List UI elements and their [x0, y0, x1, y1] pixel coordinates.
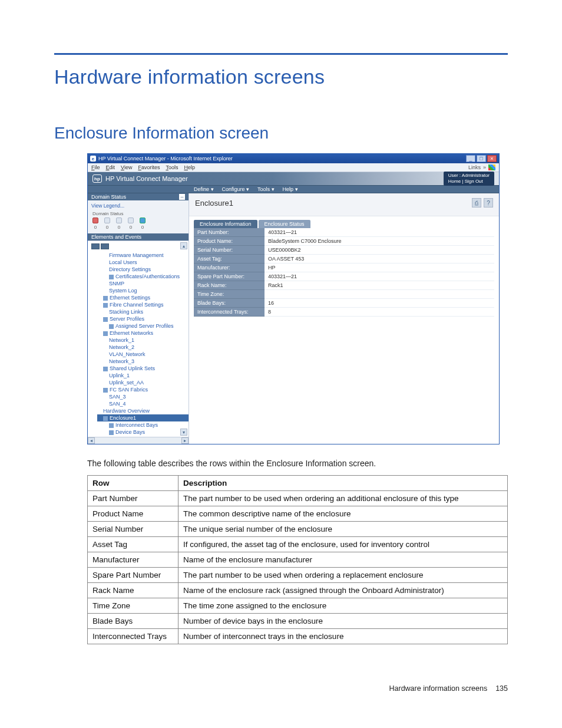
tree-item[interactable]: Certificates/Authentications — [97, 273, 189, 280]
td-description: The part number to be used when ordering… — [178, 568, 508, 583]
tab-enclosure-information[interactable]: Enclosure Information — [194, 220, 257, 228]
close-button[interactable]: × — [487, 155, 497, 162]
minimize-button[interactable]: _ — [466, 155, 475, 162]
footer-label: Hardware information screens — [389, 684, 487, 693]
horizontal-scrollbar[interactable]: ◂ ▸ — [88, 437, 189, 444]
info-key: Part Number: — [194, 228, 265, 237]
tree-item[interactable]: Directory Settings — [97, 266, 189, 273]
td-description: Name of the enclosure manufacturer — [178, 552, 508, 568]
tree-item[interactable]: Network_1 — [97, 337, 189, 344]
tree-item[interactable]: Network_2 — [97, 344, 189, 351]
info-key: Serial Number: — [194, 246, 265, 255]
elements-events-label: Elements and Events — [91, 234, 141, 240]
info-key: Spare Part Number: — [194, 272, 265, 281]
tree-item[interactable]: Ethernet Settings — [97, 294, 189, 301]
menu-favorites[interactable]: Favorites — [138, 164, 160, 170]
window-title: HP Virtual Connect Manager - Microsoft I… — [98, 156, 233, 162]
hp-logo-icon: hp — [92, 174, 102, 183]
tree-item[interactable]: VLAN_Network — [97, 351, 189, 358]
table-row: Asset TagIf configured, the asset tag of… — [88, 537, 508, 552]
tree-item[interactable]: Network_3 — [97, 358, 189, 365]
menu-view[interactable]: View — [121, 164, 132, 170]
windows-flag-icon[interactable] — [488, 164, 495, 170]
tree-item[interactable]: Uplink_set_AA — [97, 379, 189, 386]
tree-item-label: Ethernet Settings — [110, 295, 150, 301]
tree-item-label: Server Profiles — [110, 316, 144, 322]
tree-item[interactable]: Device Bays — [97, 429, 189, 436]
menu-app-tools[interactable]: Tools ▾ — [257, 186, 275, 192]
tree-item[interactable]: Stacking Links — [97, 308, 189, 315]
tree-item-label: Ethernet Networks — [110, 330, 153, 336]
tree-item-label: FC SAN Fabrics — [110, 387, 148, 393]
info-row: Serial Number:USE0000BK2 — [194, 246, 494, 255]
tree-node-icon — [103, 367, 108, 371]
tree-item[interactable]: Shared Uplink Sets — [97, 365, 189, 372]
links-chevron-icon[interactable]: » — [483, 164, 486, 170]
tree-item[interactable]: Ethernet Networks — [97, 330, 189, 337]
tree-item[interactable]: Local Users — [97, 259, 189, 266]
tab-enclosure-status[interactable]: Enclosure Status — [259, 220, 310, 228]
td-description: Number of interconnect trays in the encl… — [178, 629, 508, 644]
view-legend-link[interactable]: View Legend... — [91, 203, 185, 209]
tree-item-label: Enclosure1 — [110, 415, 136, 421]
tree-item[interactable]: FC SAN Fabrics — [97, 386, 189, 393]
tree-item[interactable]: Server Profiles — [97, 315, 189, 322]
status-count: 0 — [130, 225, 132, 230]
tree-item[interactable]: Fibre Channel Settings — [97, 301, 189, 308]
menu-configure[interactable]: Configure ▾ — [222, 186, 250, 192]
info-value: Rack1 — [265, 281, 494, 290]
tree-tab-icon[interactable] — [91, 243, 100, 249]
tree-item-label: Fibre Channel Settings — [110, 302, 164, 308]
status-count: 0 — [106, 225, 108, 230]
intro-text: The following table describes the rows w… — [87, 459, 508, 468]
table-row: Blade BaysNumber of device bays in the e… — [88, 614, 508, 629]
status-error-icon — [92, 218, 98, 223]
status-count: 0 — [94, 225, 97, 230]
info-row: Spare Part Number:403321—21 — [194, 272, 494, 281]
info-row: Part Number:403321—21 — [194, 228, 494, 237]
menu-define[interactable]: Define ▾ — [194, 186, 214, 192]
tree-tab-icon[interactable] — [101, 243, 109, 249]
scroll-up-icon[interactable]: ▴ — [180, 242, 187, 249]
tree-item[interactable]: SAN_4 — [97, 400, 189, 407]
info-row: Product Name:BladeSystem C7000 Enclosure — [194, 237, 494, 246]
tree-item-label: Uplink_1 — [109, 373, 130, 378]
scroll-right-icon[interactable]: ▸ — [181, 437, 189, 444]
td-description: The common descriptive name of the enclo… — [178, 506, 508, 522]
menu-help[interactable]: Help — [184, 164, 195, 170]
links-label[interactable]: Links — [468, 164, 481, 170]
menu-app-help[interactable]: Help ▾ — [283, 186, 298, 192]
home-link[interactable]: Home — [448, 179, 461, 184]
tree-item-label: Shared Uplink Sets — [110, 365, 155, 371]
signout-link[interactable]: Sign Out — [465, 179, 483, 184]
domain-status-label: Domain Status — [91, 194, 126, 200]
tree-item[interactable]: Firmware Management — [97, 252, 189, 259]
tree-item[interactable]: Assigned Server Profiles — [97, 322, 189, 330]
status-icon — [116, 218, 122, 223]
info-key: Manufacturer: — [194, 263, 265, 272]
description-table: Row Description Part NumberThe part numb… — [87, 475, 508, 644]
maximize-button[interactable]: □ — [477, 155, 486, 162]
menu-edit[interactable]: Edit — [106, 164, 115, 170]
print-icon[interactable]: ⎙ — [472, 198, 481, 207]
tree-item[interactable]: System Log — [97, 287, 189, 294]
help-icon[interactable]: ? — [484, 198, 493, 207]
tree-item[interactable]: SAN_3 — [97, 393, 189, 400]
tree-item[interactable]: Enclosure1 — [97, 414, 189, 421]
tree-item[interactable]: Hardware Overview — [97, 407, 189, 414]
info-row: Interconnected Trays:8 — [194, 308, 494, 317]
td-description: The time zone assigned to the enclosure — [178, 598, 508, 614]
tree-item[interactable]: Uplink_1 — [97, 372, 189, 379]
scroll-left-icon[interactable]: ◂ — [88, 437, 95, 444]
tree-item[interactable]: SNMP — [97, 280, 189, 287]
td-description: Number of device bays in the enclosure — [178, 614, 508, 629]
menu-tools[interactable]: Tools — [166, 164, 178, 170]
tree-item[interactable]: Interconnect Bays — [97, 421, 189, 429]
collapse-icon[interactable]: – — [179, 194, 185, 200]
tree-item-label: Interconnect Bays — [115, 422, 158, 428]
td-row: Interconnected Trays — [88, 629, 178, 644]
tree-node-icon — [103, 331, 108, 336]
scroll-down-icon[interactable]: ▾ — [180, 429, 187, 436]
info-value: 16 — [265, 299, 494, 308]
menu-file[interactable]: File — [91, 164, 100, 170]
